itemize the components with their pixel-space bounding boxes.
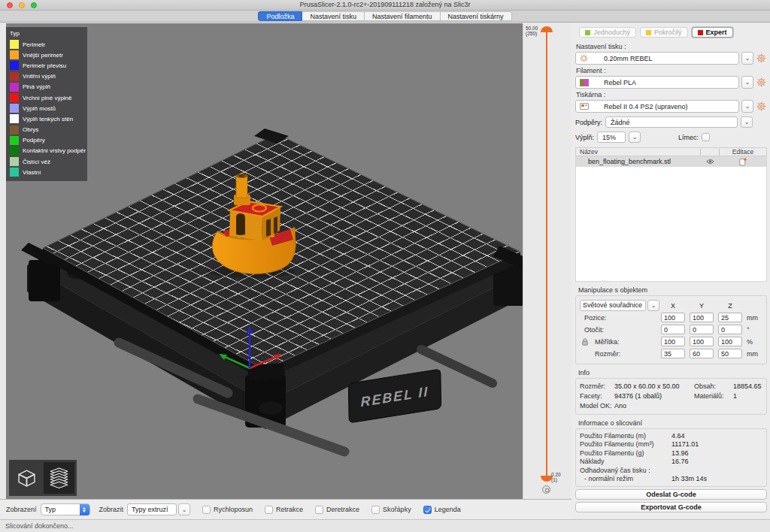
object-visibility-toggle[interactable]	[701, 159, 720, 165]
printer-edit-button[interactable]	[756, 101, 767, 113]
rotate-label: Otočit:	[580, 326, 604, 334]
legend-item: Kontaktní vrstvy podpěr	[10, 146, 83, 156]
position-x-input[interactable]	[661, 313, 685, 322]
object-manifold: Ano	[614, 402, 694, 410]
tab-filament-settings[interactable]: Nastavení filamentu	[365, 11, 441, 21]
shells-check: Skořápky	[371, 506, 411, 514]
coordinates-dropdown-button[interactable]: ⌄	[647, 300, 659, 311]
printer-icon	[579, 103, 589, 110]
filament-dropdown-button[interactable]: ⌄	[741, 76, 753, 89]
rotate-x-input[interactable]	[661, 325, 685, 334]
select-stepper-icon	[80, 504, 89, 515]
mode-advanced-button[interactable]: Pokročilý	[640, 27, 688, 38]
layers-icon	[48, 467, 70, 489]
infill-label: Výplň:	[575, 134, 594, 141]
axes-indicator	[219, 326, 282, 368]
supports-combo[interactable]: Žádné	[605, 116, 738, 128]
zoom-window-icon[interactable]	[31, 2, 37, 8]
export-gcode-button[interactable]: Exportovat G-code	[575, 502, 767, 512]
retractions-checkbox[interactable]	[265, 506, 273, 514]
scale-x-input[interactable]	[661, 337, 685, 346]
brim-checkbox[interactable]	[702, 133, 710, 141]
preview-layers-view-button[interactable]	[44, 462, 74, 494]
show-features-dropdown-button[interactable]: ⌄	[178, 503, 190, 515]
show-select-label: Zobrazit	[99, 506, 124, 513]
supports-dropdown-button[interactable]: ⌄	[741, 116, 753, 128]
slider-lock-icon[interactable]	[542, 485, 550, 494]
object-materials: 1	[733, 392, 762, 400]
legend-item: Výplň mostů	[10, 103, 83, 113]
legend-item: Čistící věž	[10, 156, 83, 167]
print-settings-dropdown-button[interactable]: ⌄	[741, 52, 753, 65]
printer-combo[interactable]: Rebel II 0.4 PS2 (upraveno)	[575, 100, 739, 113]
infill-dropdown-button[interactable]: ⌄	[629, 131, 641, 143]
view-type-select[interactable]: Typ	[41, 503, 90, 515]
info-box: Rozměr: 35.00 x 60.00 x 50.00 Obsah: 188…	[575, 378, 767, 415]
gear-icon	[756, 53, 766, 63]
scale-z-input[interactable]	[718, 337, 742, 346]
view-mode-switcher	[9, 460, 77, 496]
filament-label: Filament :	[576, 67, 765, 74]
coordinates-select[interactable]: Světové souřadnice	[580, 300, 646, 311]
travel-checkbox[interactable]	[202, 506, 211, 514]
printer-label: Tiskárna :	[576, 91, 765, 98]
object-edit-button[interactable]	[720, 158, 766, 166]
color-swatch	[10, 104, 19, 113]
extrusion-type-legend: Typ Perimetr Vnější perimetr Perimetr př…	[6, 27, 87, 181]
tab-print-settings[interactable]: Nastavení tisku	[302, 11, 365, 21]
legend-checkbox[interactable]	[423, 506, 432, 514]
sliced-info-box: Použito Filamentu (m)4.64 Použito Filame…	[575, 428, 767, 487]
uniform-scale-lock-icon[interactable]	[582, 338, 588, 347]
info-title: Info	[578, 369, 767, 376]
shells-checkbox[interactable]	[371, 506, 380, 514]
object-list-row[interactable]: ben_floating_benchmark.stl	[576, 156, 766, 167]
send-gcode-button[interactable]: Odeslat G-code	[575, 489, 767, 500]
retractions-check: Retrakce	[265, 506, 303, 514]
3d-viewport[interactable]: REBEL II Typ Perimetr Vnější perimetr Pe…	[6, 23, 523, 499]
3d-editor-view-button[interactable]	[11, 462, 42, 494]
print-settings-label: Nastavení tisku :	[576, 43, 765, 50]
legend-item: Obrys	[10, 125, 83, 135]
show-features-combo[interactable]: Typy extruzí	[127, 503, 177, 515]
tab-plater[interactable]: Podložka	[258, 11, 302, 21]
brim-label: Límec:	[678, 134, 699, 141]
gear-icon	[756, 101, 766, 111]
infill-combo[interactable]: 15%	[597, 131, 626, 143]
layer-slider-upper-handle[interactable]	[541, 26, 553, 32]
slider-max-label: 50.00 (250)	[526, 26, 538, 36]
print-settings-combo[interactable]: 0.20mm REBEL	[575, 52, 739, 65]
rotate-y-input[interactable]	[690, 325, 714, 334]
filament-combo[interactable]: Rebel PLA	[575, 76, 739, 89]
color-swatch	[10, 147, 19, 156]
rotate-z-input[interactable]	[718, 325, 742, 334]
column-name: Název	[576, 148, 700, 156]
preview-toolbar: Zobrazení Typ Zobrazit Typy extruzí ⌄ Ry…	[0, 499, 571, 519]
edit-object-icon	[739, 158, 747, 166]
printer-dropdown-button[interactable]: ⌄	[741, 100, 753, 113]
mode-simple-button[interactable]: Jednoduchý	[579, 27, 636, 38]
tab-printer-settings[interactable]: Nastavení tiskárny	[441, 11, 512, 21]
scale-y-input[interactable]	[690, 337, 714, 346]
object-list: ben_floating_benchmark.stl	[575, 156, 767, 282]
position-y-input[interactable]	[690, 313, 714, 322]
position-label: Pozice:	[580, 314, 607, 322]
mode-expert-color	[698, 30, 703, 35]
printer-nameplate: REBEL II	[348, 369, 441, 423]
color-swatch	[10, 114, 19, 123]
position-z-input[interactable]	[718, 313, 742, 322]
print-settings-edit-button[interactable]	[756, 53, 767, 65]
size-x-input[interactable]	[661, 349, 685, 358]
legend-item: Perimetr	[10, 39, 83, 50]
close-window-icon[interactable]	[7, 2, 13, 8]
minimize-window-icon[interactable]	[19, 2, 25, 8]
manipulation-title: Manipulace s objektem	[578, 286, 767, 294]
unretractions-checkbox[interactable]	[315, 506, 323, 514]
color-swatch	[10, 72, 19, 81]
size-y-input[interactable]	[690, 349, 714, 358]
mode-expert-button[interactable]: Expert	[692, 27, 733, 38]
benchy-model	[212, 174, 296, 274]
color-swatch	[10, 93, 19, 102]
layer-slider-track[interactable]	[546, 32, 547, 476]
size-z-input[interactable]	[718, 349, 742, 358]
filament-edit-button[interactable]	[756, 77, 767, 89]
